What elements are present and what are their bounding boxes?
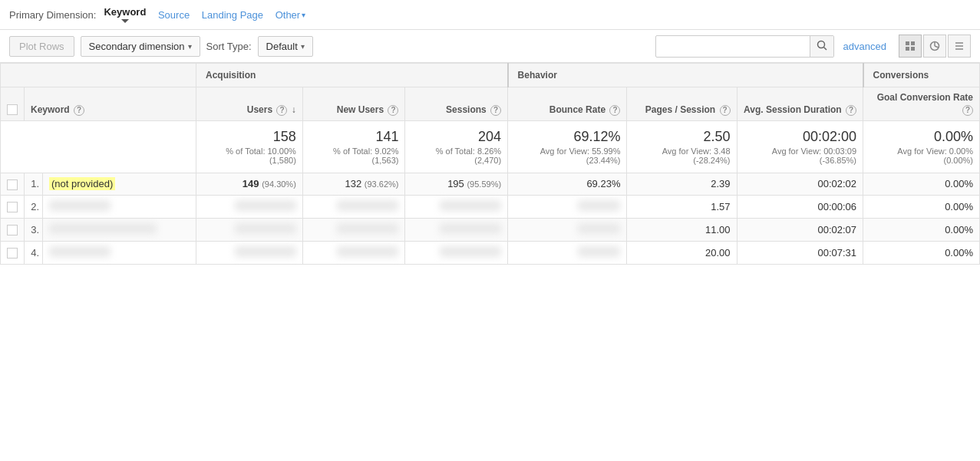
plot-rows-button[interactable]: Plot Rows	[9, 36, 74, 57]
grid-icon	[905, 41, 916, 51]
bounce-blurred-2	[578, 200, 620, 211]
search-button[interactable]	[810, 36, 833, 57]
sort-type-arrow: ▾	[301, 42, 305, 51]
col-header-row: Keyword ? Users ? ↓ New Users ? Sessions…	[1, 87, 980, 121]
keyword-help-icon[interactable]: ?	[74, 105, 84, 116]
keyword-cell-1: (not provided)	[43, 173, 196, 196]
svg-point-0	[817, 41, 824, 48]
other-dropdown-arrow: ▾	[302, 11, 305, 19]
group-header-row: Acquisition Behavior Conversions	[1, 64, 980, 87]
behavior-group-header: Behavior	[508, 64, 863, 87]
dim-link-landing-page[interactable]: Landing Page	[202, 9, 263, 21]
goal-conv-cell-3: 0.00%	[863, 218, 980, 241]
avg-session-help-icon[interactable]: ?	[846, 105, 856, 116]
goal-conv-cell-2: 0.00%	[863, 195, 980, 218]
pages-session-cell-3: 11.00	[627, 218, 737, 241]
bounce-rate-help-icon[interactable]: ?	[609, 105, 620, 116]
svg-line-8	[935, 46, 939, 48]
sessions-cell-3	[405, 218, 508, 241]
totals-sessions: 204 % of Total: 8.26% (2,470)	[405, 121, 508, 173]
sort-type-label: Sort Type:	[206, 41, 252, 52]
keyword-cell-2	[43, 195, 196, 218]
search-bar	[655, 35, 834, 58]
keyword-blurred-3	[49, 223, 157, 234]
totals-row: 158 % of Total: 10.00% (1,580) 141 % of …	[1, 121, 980, 173]
data-table: Acquisition Behavior Conversions Keyword…	[0, 63, 980, 265]
avg-session-cell-1: 00:02:02	[737, 173, 863, 196]
grid-view-button[interactable]	[899, 35, 922, 58]
pages-session-cell-1: 2.39	[627, 173, 737, 196]
avg-session-cell-4: 00:07:31	[737, 241, 863, 264]
bounce-rate-cell-4	[508, 241, 627, 264]
data-table-wrap: Acquisition Behavior Conversions Keyword…	[0, 63, 980, 265]
svg-rect-5	[911, 47, 915, 51]
keyword-blurred-4	[49, 246, 111, 257]
row-num-4: 4.	[25, 241, 43, 264]
dim-dropdown-other[interactable]: Other ▾	[276, 9, 306, 21]
row-checkbox-4[interactable]	[1, 241, 25, 264]
row-checkbox-2[interactable]	[1, 195, 25, 218]
sessions-cell-2	[405, 195, 508, 218]
users-cell-3	[196, 218, 303, 241]
table-row: 2. 1.57 00:00:06 0.00%	[1, 195, 980, 218]
goal-conv-col-header: Goal Conversion Rate ?	[863, 87, 980, 121]
keyword-value-1[interactable]: (not provided)	[49, 177, 115, 190]
avg-session-col-header: Avg. Session Duration ?	[737, 87, 863, 121]
users-cell-1: 149 (94.30%)	[196, 173, 303, 196]
users-cell-4	[196, 241, 303, 264]
bounce-blurred-3	[578, 223, 620, 234]
goal-conv-help-icon[interactable]: ?	[962, 105, 973, 116]
pie-view-button[interactable]	[923, 35, 946, 58]
svg-rect-3	[911, 41, 915, 45]
new-users-cell-1: 132 (93.62%)	[302, 173, 405, 196]
advanced-link[interactable]: advanced	[843, 41, 886, 52]
sessions-blurred-3	[440, 223, 501, 234]
users-sort-arrow: ↓	[292, 104, 296, 115]
totals-avg-session: 00:02:00 Avg for View: 00:03:09 (-36.85%…	[737, 121, 863, 173]
search-icon	[817, 40, 827, 51]
dim-link-keyword[interactable]: Keyword	[104, 6, 146, 23]
primary-dimension-bar: Primary Dimension: Keyword Source Landin…	[0, 0, 980, 30]
new-users-help-icon[interactable]: ?	[388, 105, 398, 116]
new-users-blurred-4	[337, 246, 398, 257]
sessions-help-icon[interactable]: ?	[490, 105, 501, 116]
avg-session-cell-3: 00:02:07	[737, 218, 863, 241]
users-cell-2	[196, 195, 303, 218]
bounce-rate-cell-1: 69.23%	[508, 173, 627, 196]
dim-link-source[interactable]: Source	[158, 9, 190, 21]
sessions-col-header: Sessions ?	[405, 87, 508, 121]
row-num-3: 3.	[25, 218, 43, 241]
users-help-icon[interactable]: ?	[276, 105, 287, 116]
pages-session-cell-4: 20.00	[627, 241, 737, 264]
new-users-col-header: New Users ?	[302, 87, 405, 121]
new-users-blurred-3	[337, 223, 398, 234]
table-row: 3. 11.00 00:02:07 0.00%	[1, 218, 980, 241]
bounce-blurred-4	[578, 246, 620, 257]
sessions-blurred-2	[440, 200, 501, 211]
new-users-blurred-2	[337, 200, 398, 211]
row-checkbox-3[interactable]	[1, 218, 25, 241]
users-blurred-2	[235, 200, 296, 211]
pages-session-help-icon[interactable]: ?	[720, 105, 731, 116]
goal-conv-cell-1: 0.00%	[863, 173, 980, 196]
row-checkbox-1[interactable]	[1, 173, 25, 196]
totals-goal-conv: 0.00% Avg for View: 0.00% (0.00%)	[863, 121, 980, 173]
bounce-rate-col-header: Bounce Rate ?	[508, 87, 627, 121]
bounce-rate-cell-2	[508, 195, 627, 218]
sessions-cell-1: 195 (95.59%)	[405, 173, 508, 196]
list-icon	[954, 41, 965, 51]
sort-type-dropdown[interactable]: Default ▾	[258, 36, 313, 57]
totals-new-users: 141 % of Total: 9.02% (1,563)	[302, 121, 405, 173]
list-view-button[interactable]	[948, 35, 971, 58]
secondary-dimension-arrow: ▾	[188, 42, 192, 51]
svg-rect-4	[906, 47, 909, 51]
search-input[interactable]	[656, 37, 810, 56]
users-blurred-4	[235, 246, 296, 257]
users-col-header: Users ? ↓	[196, 87, 303, 121]
secondary-dimension-dropdown[interactable]: Secondary dimension ▾	[81, 36, 200, 57]
new-users-cell-4	[302, 241, 405, 264]
row-num-1: 1.	[25, 173, 43, 196]
conversions-group-header: Conversions	[863, 64, 980, 87]
toolbar: Plot Rows Secondary dimension ▾ Sort Typ…	[0, 30, 980, 63]
select-all-checkbox[interactable]	[7, 104, 18, 115]
